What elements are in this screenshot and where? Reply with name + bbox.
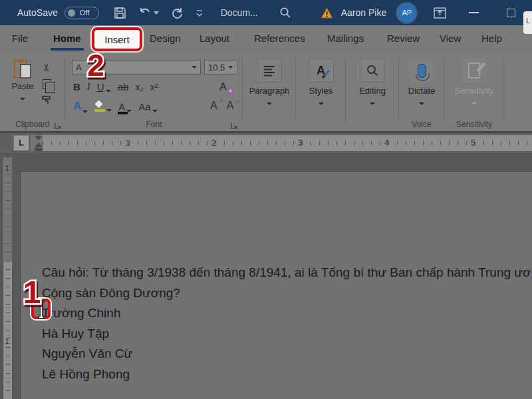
text-effects-dropdown-icon[interactable] <box>82 110 88 113</box>
dictate-button[interactable]: Dictate <box>399 59 444 108</box>
chevron-down-icon <box>192 66 197 68</box>
alert-indicator[interactable] <box>321 7 333 19</box>
tab-mailings[interactable]: Mailings <box>327 33 364 44</box>
vruler-ticks <box>6 157 10 399</box>
ribbon-display-options-button[interactable] <box>434 7 446 19</box>
redo-button[interactable] <box>171 7 184 19</box>
tab-design[interactable]: Design <box>150 33 181 44</box>
superscript-button[interactable]: x² <box>150 82 158 92</box>
horizontal-ruler[interactable]: 1 2 3 4 5 <box>31 135 532 151</box>
font-row-color: A A Aa <box>73 100 158 113</box>
clipped-right-button[interactable]: L <box>523 11 532 34</box>
paragraph-lines-icon <box>262 65 277 76</box>
font-color-icon: A <box>118 101 125 112</box>
shrink-font-button[interactable]: A˅ <box>227 100 234 112</box>
tab-review[interactable]: Review <box>387 33 420 44</box>
styles-button[interactable]: A Styles <box>296 59 346 108</box>
document-page[interactable]: Câu hỏi: Từ tháng 3/1938 đến tháng 8/194… <box>20 171 532 399</box>
sensitivity-button[interactable]: Sensitivity <box>444 59 504 108</box>
step-2-badge: 2 <box>77 48 114 82</box>
eraser-icon <box>227 88 233 94</box>
ruler-ticks <box>43 141 532 145</box>
find-icon <box>366 64 379 77</box>
font-dialog-launcher[interactable] <box>231 122 237 129</box>
tab-home[interactable]: Home <box>53 33 81 44</box>
tab-help[interactable]: Help <box>481 33 502 44</box>
styles-dropdown-icon <box>319 102 324 105</box>
styles-icon: A <box>317 64 325 78</box>
save-button[interactable] <box>114 7 126 19</box>
font-size-combobox[interactable]: 10.5 <box>204 60 237 74</box>
vertical-ruler[interactable]: 1 1 <box>3 157 12 399</box>
save-icon <box>114 7 126 19</box>
avatar[interactable]: AP <box>397 3 416 23</box>
highlight-button[interactable] <box>94 101 112 112</box>
format-painter-button[interactable] <box>41 95 52 105</box>
tab-file[interactable]: File <box>12 33 28 44</box>
paste-dropdown-icon[interactable] <box>20 98 25 100</box>
left-indent-marker[interactable] <box>35 148 43 151</box>
ruler-number: 1 <box>126 138 130 148</box>
user-name[interactable]: Aaron Pike <box>341 7 386 18</box>
autosave-state: Off <box>80 9 89 17</box>
text-effects-button[interactable]: A <box>73 100 88 113</box>
sensitivity-group-label: Sensitivity <box>444 120 504 129</box>
dictate-dropdown-icon <box>419 102 424 105</box>
maximize-button[interactable] <box>507 9 515 17</box>
minimize-button[interactable] <box>469 12 479 13</box>
customize-toolbar-button[interactable] <box>196 9 203 17</box>
font-color-button[interactable]: A <box>118 101 132 112</box>
voice-group-label: Voice <box>399 120 444 129</box>
clipboard-group: Paste ✂ Clipboard <box>0 53 65 131</box>
grow-font-button[interactable]: A^ <box>210 100 217 112</box>
highlighter-icon <box>94 101 105 112</box>
hanging-indent-marker[interactable] <box>35 142 43 147</box>
undo-button[interactable] <box>138 7 159 19</box>
paste-label: Paste <box>8 81 37 91</box>
subscript-button[interactable]: x₂ <box>135 82 143 92</box>
underline-button[interactable]: U <box>97 81 111 92</box>
search-icon <box>279 7 291 19</box>
chevron-down-icon <box>228 66 233 68</box>
bold-button[interactable]: B <box>73 81 80 92</box>
ruler-number: 3 <box>298 138 303 148</box>
undo-dropdown-icon[interactable] <box>154 11 159 15</box>
sensitivity-icon <box>468 63 480 78</box>
ribbon-display-icon <box>434 7 446 19</box>
paragraph-button[interactable]: Paragraph <box>243 59 296 108</box>
underline-dropdown-icon[interactable] <box>106 90 111 92</box>
font-row-basic: B I U ab x₂ x² <box>73 81 158 92</box>
change-case-dropdown-icon[interactable] <box>152 110 158 112</box>
tab-layout[interactable]: Layout <box>200 33 229 44</box>
editing-button[interactable]: Editing <box>346 59 399 108</box>
clipboard-dialog-launcher[interactable] <box>55 122 61 129</box>
clear-formatting-button[interactable]: A <box>219 81 227 93</box>
cut-button[interactable]: ✂ <box>41 63 53 72</box>
step-1-number: 1 <box>23 275 41 310</box>
brush-icon <box>322 69 331 78</box>
paste-icon <box>14 59 32 79</box>
autosave-toggle[interactable]: Off <box>65 7 99 19</box>
tab-stop-selector[interactable]: L <box>13 135 29 151</box>
document-title[interactable]: Docum... <box>221 7 258 18</box>
italic-button[interactable]: I <box>87 81 90 92</box>
ruler-number: 2 <box>211 138 216 148</box>
highlight-dropdown-icon[interactable] <box>106 109 112 112</box>
search-button[interactable] <box>279 7 291 19</box>
first-line-indent-marker[interactable] <box>35 136 43 140</box>
document-area: 1 1 Câu hỏi: Từ tháng 3/1938 đến tháng 8… <box>0 153 532 399</box>
indent-markers[interactable] <box>35 136 43 151</box>
redo-icon <box>171 7 184 19</box>
paste-button[interactable]: Paste <box>8 59 37 103</box>
avatar-initials: AP <box>402 9 412 17</box>
ruler-number: 4 <box>384 138 389 148</box>
tab-view[interactable]: View <box>440 33 461 44</box>
step-2-number: 2 <box>87 48 104 82</box>
editing-dropdown-icon <box>370 102 375 105</box>
copy-button[interactable] <box>43 79 51 89</box>
strikethrough-button[interactable]: ab <box>118 81 129 92</box>
word-window: AutoSave Off Doc <box>0 0 532 399</box>
change-case-button[interactable]: Aa <box>138 101 157 112</box>
sensitivity-group: Sensitivity Sensitivity <box>444 53 504 131</box>
tab-references[interactable]: References <box>254 33 305 44</box>
